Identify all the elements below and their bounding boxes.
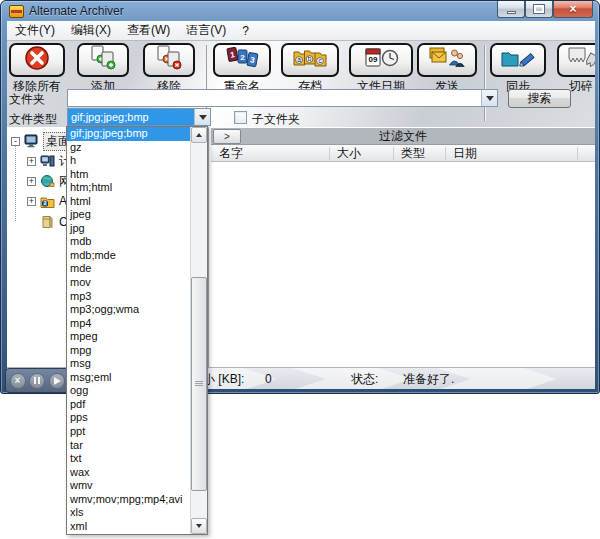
archive-button[interactable]: abc 存档 bbox=[281, 43, 339, 95]
menu-file[interactable]: 文件(Y) bbox=[7, 21, 63, 40]
remove-all-button[interactable]: 移除所有 bbox=[9, 43, 65, 95]
svg-text:2: 2 bbox=[240, 53, 245, 62]
expand-icon[interactable]: + bbox=[27, 157, 36, 166]
maximize-button[interactable] bbox=[525, 1, 553, 18]
dropdown-item[interactable]: h bbox=[67, 154, 190, 168]
send-button[interactable]: 发送 bbox=[417, 43, 477, 95]
rename-button[interactable]: 123 重命名 bbox=[213, 43, 271, 95]
folder-combobox[interactable] bbox=[67, 89, 498, 107]
triangle-down-icon bbox=[196, 524, 202, 528]
menu-language[interactable]: 语言(V) bbox=[178, 21, 234, 40]
column-separator bbox=[393, 147, 394, 160]
scroll-up-button[interactable] bbox=[191, 127, 207, 143]
scrollbar-thumb[interactable] bbox=[191, 277, 207, 491]
filter-expand-button[interactable]: > bbox=[213, 129, 241, 144]
dropdown-item[interactable]: txt bbox=[67, 452, 190, 466]
filetype-combobox-arrow[interactable] bbox=[194, 109, 210, 125]
dropdown-item[interactable]: mdb bbox=[67, 235, 190, 249]
column-date[interactable]: 日期 bbox=[453, 146, 477, 161]
add-files-icon bbox=[85, 45, 121, 75]
remove-button[interactable]: 移除 bbox=[143, 43, 195, 95]
menu-help[interactable]: ? bbox=[234, 21, 257, 40]
dropdown-item[interactable]: html bbox=[67, 195, 190, 209]
collapse-icon[interactable]: - bbox=[11, 137, 20, 146]
dropdown-item[interactable]: mpg bbox=[67, 344, 190, 358]
sync-button[interactable]: 同步 bbox=[490, 43, 546, 95]
filetype-combobox[interactable]: gif;jpg;jpeg;bmp bbox=[67, 108, 211, 126]
dropdown-item[interactable]: gz bbox=[67, 141, 190, 155]
column-separator bbox=[577, 147, 578, 160]
tree-item-network[interactable]: + 网 bbox=[27, 172, 71, 190]
chevron-down-icon bbox=[486, 96, 494, 101]
svg-text:b: b bbox=[308, 55, 312, 62]
stop-button[interactable]: × bbox=[10, 373, 26, 389]
filter-title: 过滤文件 bbox=[379, 128, 427, 145]
dropdown-item[interactable]: pdf bbox=[67, 398, 190, 412]
titlebar: Alternate Archiver × bbox=[1, 1, 600, 21]
triangle-up-icon bbox=[196, 133, 202, 137]
dropdown-item[interactable]: msg bbox=[67, 357, 190, 371]
add-button[interactable]: 添加 bbox=[77, 43, 129, 95]
dropdown-item[interactable]: mp4 bbox=[67, 317, 190, 331]
dropdown-item[interactable]: jpg bbox=[67, 222, 190, 236]
folder-combobox-arrow[interactable] bbox=[481, 90, 497, 106]
dropdown-item[interactable]: htm;html bbox=[67, 181, 190, 195]
file-list-header: 名字 大小 类型 日期 bbox=[211, 145, 595, 162]
dropdown-scrollbar[interactable] bbox=[190, 127, 207, 534]
shred-icon bbox=[563, 45, 595, 75]
dropdown-item[interactable]: mpeg bbox=[67, 330, 190, 344]
user-folder-icon: 2 bbox=[40, 194, 55, 208]
dropdown-item[interactable]: mdb;mde bbox=[67, 249, 190, 263]
desktop-background: Alternate Archiver × 文件(Y) 编辑(X) 查看(W) 语… bbox=[0, 0, 600, 539]
expand-icon[interactable]: + bbox=[27, 177, 36, 186]
dropdown-item[interactable]: pps bbox=[67, 411, 190, 425]
file-date-button[interactable]: 09 文件日期 bbox=[349, 43, 413, 95]
remove-files-icon bbox=[151, 45, 187, 75]
pause-button[interactable] bbox=[29, 373, 45, 389]
toolbar-area: 移除所有 添加 移除 123 重命名 bbox=[7, 41, 595, 127]
minimize-button[interactable] bbox=[497, 1, 525, 18]
dropdown-item[interactable]: mp3;ogg;wma bbox=[67, 303, 190, 317]
play-icon bbox=[54, 377, 61, 385]
column-type[interactable]: 类型 bbox=[401, 146, 425, 161]
dropdown-item[interactable]: wmv;mov;mpg;mp4;avi bbox=[67, 493, 190, 507]
filter-bar: 过滤文件 bbox=[211, 128, 595, 145]
tree-item-desktop[interactable]: - 桌面 bbox=[11, 132, 73, 150]
dropdown-item[interactable]: msg;eml bbox=[67, 371, 190, 385]
menu-view[interactable]: 查看(W) bbox=[119, 21, 178, 40]
dropdown-item[interactable]: mp3 bbox=[67, 290, 190, 304]
subfolder-checkbox[interactable] bbox=[234, 111, 247, 124]
dropdown-item[interactable]: mov bbox=[67, 276, 190, 290]
dropdown-item[interactable]: wmv bbox=[67, 479, 190, 493]
shred-button[interactable]: 切碎 bbox=[557, 43, 595, 95]
dropdown-item[interactable]: xml bbox=[67, 520, 190, 534]
column-size[interactable]: 大小 bbox=[337, 146, 361, 161]
stop-icon: × bbox=[15, 376, 21, 386]
folder-combobox-value bbox=[68, 90, 481, 106]
remove-all-icon bbox=[19, 45, 55, 75]
window-title: Alternate Archiver bbox=[29, 4, 124, 18]
close-button[interactable]: × bbox=[553, 1, 593, 18]
archive-icon: abc bbox=[292, 45, 328, 75]
menubar: 文件(Y) 编辑(X) 查看(W) 语言(V) ? bbox=[7, 21, 595, 41]
scroll-down-button[interactable] bbox=[191, 518, 207, 534]
dropdown-item[interactable]: xls bbox=[67, 506, 190, 520]
dropdown-item[interactable]: mde bbox=[67, 262, 190, 276]
expand-icon[interactable]: + bbox=[27, 197, 36, 206]
tree-guide-line bbox=[15, 141, 16, 221]
dropdown-item[interactable]: wax bbox=[67, 466, 190, 480]
tree-item-computer[interactable]: + 计 bbox=[27, 152, 71, 170]
dropdown-item[interactable]: jpeg bbox=[67, 208, 190, 222]
search-button[interactable]: 搜索 bbox=[508, 89, 571, 108]
menu-edit[interactable]: 编辑(X) bbox=[63, 21, 119, 40]
file-list[interactable] bbox=[211, 162, 595, 367]
close-icon: × bbox=[569, 3, 576, 15]
start-button[interactable] bbox=[49, 373, 65, 389]
dropdown-item[interactable]: gif;jpg;jpeg;bmp bbox=[67, 127, 190, 141]
column-name[interactable]: 名字 bbox=[219, 146, 243, 161]
dropdown-item[interactable]: ppt bbox=[67, 425, 190, 439]
folder-label: 文件夹 bbox=[9, 91, 45, 108]
dropdown-item[interactable]: tar bbox=[67, 439, 190, 453]
dropdown-item[interactable]: ogg bbox=[67, 384, 190, 398]
dropdown-item[interactable]: htm bbox=[67, 168, 190, 182]
